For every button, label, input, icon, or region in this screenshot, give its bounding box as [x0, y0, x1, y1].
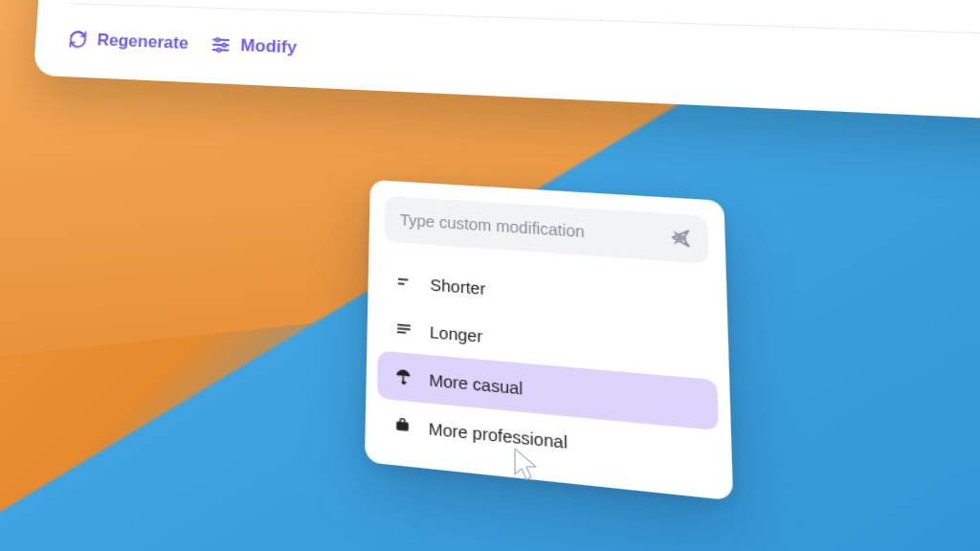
modify-label: Modify — [240, 36, 297, 59]
svg-line-10 — [398, 328, 410, 329]
briefcase-icon — [392, 413, 413, 436]
custom-modification-input[interactable] — [400, 210, 670, 246]
svg-point-4 — [222, 44, 226, 48]
svg-point-3 — [215, 38, 219, 42]
svg-line-11 — [398, 332, 406, 333]
refresh-icon — [68, 30, 88, 50]
svg-line-9 — [398, 324, 410, 325]
svg-line-7 — [399, 279, 408, 280]
option-shorter-label: Shorter — [430, 275, 485, 298]
sliders-icon — [210, 34, 231, 55]
svg-rect-13 — [396, 422, 409, 431]
option-more-casual-label: More casual — [429, 369, 523, 397]
regenerate-label: Regenerate — [97, 31, 189, 55]
umbrella-icon — [393, 365, 413, 387]
regenerate-button[interactable]: Regenerate — [68, 30, 189, 55]
option-longer-label: Longer — [430, 321, 482, 345]
send-icon[interactable] — [670, 227, 692, 249]
svg-rect-12 — [402, 376, 404, 383]
svg-point-5 — [216, 49, 220, 53]
modify-options-list: Shorter Longer — [365, 250, 733, 501]
short-lines-icon — [394, 271, 414, 293]
option-more-professional-label: More professional — [429, 418, 568, 452]
modify-dropdown: Shorter Longer — [365, 180, 733, 501]
long-lines-icon — [393, 318, 413, 340]
modify-button[interactable]: Modify — [210, 34, 297, 58]
